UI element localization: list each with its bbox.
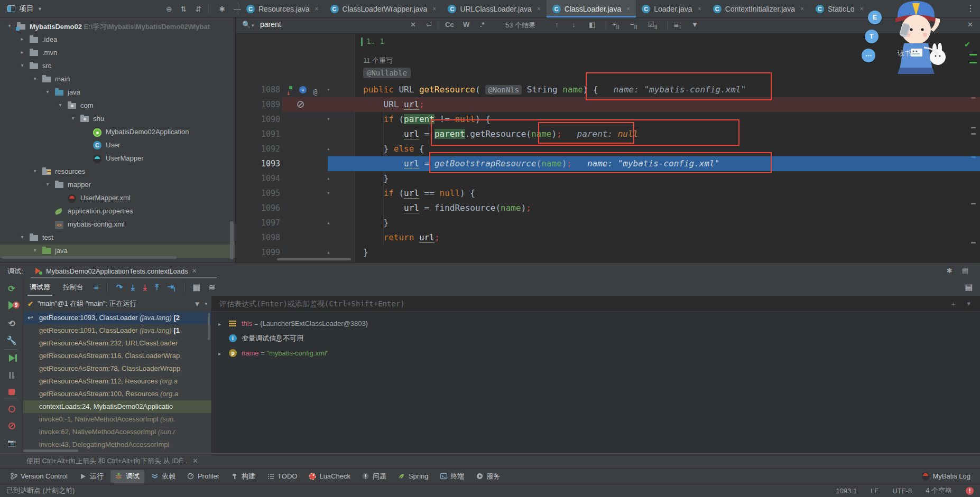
tree-item-src[interactable]: ▾src	[0, 60, 235, 73]
code-text[interactable]: url = findResource(name);	[363, 201, 531, 215]
debug-session-tab[interactable]: MybatisDemo02ApplicationTests.contextLoa…	[31, 263, 201, 279]
frames-vscrollbar[interactable]	[208, 313, 210, 340]
line-number[interactable]: 1088	[236, 82, 280, 97]
stack-frame-3[interactable]: getResourceAsStream:232, URLClassLoader	[23, 337, 211, 350]
locate-file-icon[interactable]: ⊕	[166, 5, 172, 13]
expand-all-icon[interactable]: ⇅	[181, 5, 187, 13]
expand-chevron-icon[interactable]: ▸	[218, 347, 221, 361]
tab-console[interactable]: 控制台	[57, 279, 90, 295]
tree-item-mybatis-config-xml[interactable]: <>mybatis-config.xml	[0, 218, 235, 231]
tree-vscrollbar[interactable]	[230, 221, 234, 259]
line-number[interactable]: 1098	[236, 230, 280, 245]
search-filter-icon[interactable]: ▼	[691, 21, 698, 29]
trace-icon[interactable]: ≋	[209, 283, 216, 292]
toolwindow-button--[interactable]: 运行	[75, 470, 108, 483]
filter-funnel-icon[interactable]: ▼	[194, 300, 201, 308]
expanded-chevron-icon[interactable]: ▾	[57, 102, 63, 108]
step-into-icon[interactable]: ⤓	[131, 283, 135, 292]
variable-row-this[interactable]: ▸this = {Launcher$ExtClassLoader@3803}	[212, 317, 980, 331]
encoding[interactable]: UTF-8	[892, 487, 912, 495]
stripe-mark-green[interactable]	[969, 54, 977, 55]
editor-tab-classloader-java[interactable]: CClassLoader.java×	[547, 0, 636, 17]
code-text[interactable]: }	[363, 171, 389, 186]
fold-end-icon[interactable]: ▴	[327, 215, 330, 230]
toolwindow-button--[interactable]: 构建	[226, 470, 260, 483]
code-text[interactable]: }	[363, 245, 368, 260]
rerun-icon[interactable]: ⟳	[6, 283, 17, 294]
editor-tab-urlclassloader-java[interactable]: CURLClassLoader.java×	[442, 0, 546, 17]
expanded-chevron-icon[interactable]: ▾	[44, 89, 51, 95]
close-tab-icon[interactable]: ×	[315, 5, 319, 13]
expanded-chevron-icon[interactable]: ▾	[19, 234, 25, 240]
tree-item-main[interactable]: ▾main	[0, 73, 235, 86]
mute-breakpoints-icon[interactable]	[6, 420, 17, 432]
stack-frame-5[interactable]: getResourceAsStream:78, ClassLoaderWrapp	[23, 362, 211, 375]
tree-item--mvn[interactable]: ▸.mvn	[0, 46, 235, 60]
stack-frame-1[interactable]: ↩getResource:1093, ClassLoader (java.lan…	[23, 312, 211, 324]
fold-end-icon[interactable]: ▴	[327, 171, 330, 186]
toolwindow-button-profiler[interactable]: Profiler	[182, 471, 224, 482]
disabled-breakpoint-icon[interactable]	[297, 101, 304, 108]
previous-occurrence-icon[interactable]: ↑	[555, 21, 559, 29]
editor-tab-resources-java[interactable]: CResources.java×	[241, 0, 325, 17]
editor-tab-loader-java[interactable]: CLoader.java×	[636, 0, 707, 17]
line-number[interactable]: 1093	[236, 156, 280, 171]
line-number[interactable]: 1095	[236, 186, 280, 201]
panel-layout-icon[interactable]: ▤	[965, 283, 973, 292]
ide-error-notification-icon[interactable]: !	[966, 487, 974, 495]
code-line-1096[interactable]: 1096 url = findResource(name);	[236, 201, 980, 215]
wrench-icon[interactable]: 🔧	[6, 334, 17, 346]
layout-settings-icon[interactable]: ▤	[962, 267, 968, 275]
remove-selection-icon[interactable]: −II	[630, 21, 637, 30]
line-number[interactable]: 1099	[236, 245, 280, 260]
tree-item-resources[interactable]: ▾resources	[0, 165, 235, 179]
fold-end-icon[interactable]: ▴	[327, 142, 330, 156]
collapsed-chevron-icon[interactable]: ▸	[19, 49, 25, 55]
code-text[interactable]: if (url == null) {	[363, 186, 475, 201]
expanded-chevron-icon[interactable]: ▾	[19, 62, 25, 68]
close-tab-icon[interactable]: ×	[537, 5, 541, 13]
usages-inlay[interactable]: 1. 1	[366, 37, 384, 45]
close-session-icon[interactable]: ✕	[192, 267, 197, 275]
expanded-chevron-icon[interactable]: ▾	[32, 76, 38, 81]
eval-chevron-icon[interactable]: ▾	[967, 299, 970, 307]
regex-toggle[interactable]: .*	[480, 21, 485, 29]
camera-icon[interactable]: 📷	[6, 437, 17, 448]
pause-program-icon[interactable]	[6, 369, 17, 381]
code-line-1097[interactable]: 1097▴ }	[236, 215, 980, 230]
line-number[interactable]: 1096	[236, 201, 280, 215]
layout-menu-icon[interactable]: ≡	[94, 283, 99, 292]
add-watch-icon[interactable]: ＋	[950, 299, 957, 309]
caret-position[interactable]: 1093:1	[836, 487, 857, 495]
stack-frame-10[interactable]: invoke:62, NativeMethodAccessorImpl (sun…	[23, 426, 211, 438]
expanded-chevron-icon[interactable]: ▾	[32, 247, 38, 253]
search-history-chevron-icon[interactable]: ▾	[252, 23, 254, 28]
tree-item-user[interactable]: CUser	[0, 139, 235, 152]
clear-search-icon[interactable]: ✕	[410, 21, 416, 29]
line-number[interactable]: 1090	[236, 112, 280, 127]
line-number[interactable]: 1094	[236, 171, 280, 186]
tree-item-com[interactable]: ▾com	[0, 99, 235, 112]
toolwindow-button--[interactable]: 服务	[471, 470, 505, 483]
pet-button-e[interactable]: E	[868, 11, 882, 24]
stack-frame-9[interactable]: invoke0:-1, NativeMethodAccessorImpl (su…	[23, 413, 211, 426]
evaluate-expression-icon[interactable]: ▦	[193, 283, 200, 292]
variable-row-info[interactable]: i变量调试信息不可用	[212, 332, 980, 345]
frames-hscrollbar[interactable]	[23, 449, 78, 452]
mybatis-log-button[interactable]: MyBatis Log	[932, 472, 970, 480]
editor-tab-classloaderwrapper-java[interactable]: CClassLoaderWrapper.java×	[325, 0, 442, 17]
newline-icon[interactable]: ⏎	[426, 21, 432, 29]
tree-item-mapper[interactable]: ▾mapper	[0, 179, 235, 192]
tree-item-java[interactable]: ▾java	[0, 86, 235, 99]
collapse-all-icon[interactable]: ⇵	[195, 5, 201, 13]
pet-button-clothes[interactable]: T	[865, 30, 879, 43]
toolwindow-button--[interactable]: 依赖	[146, 470, 180, 483]
variable-row-name[interactable]: ▸pname = "mybatis-config.xml"	[212, 346, 980, 360]
stripe-mark-execution[interactable]	[971, 156, 976, 158]
code-line-1095[interactable]: 1095▾ if (url == null) {	[236, 186, 980, 201]
close-hint-icon[interactable]: ✕	[192, 457, 198, 465]
expanded-chevron-icon[interactable]: ▾	[70, 115, 76, 121]
line-number[interactable]: 1092	[236, 142, 280, 156]
gear-icon[interactable]: ✱	[219, 5, 225, 13]
close-tab-icon[interactable]: ×	[626, 5, 630, 13]
